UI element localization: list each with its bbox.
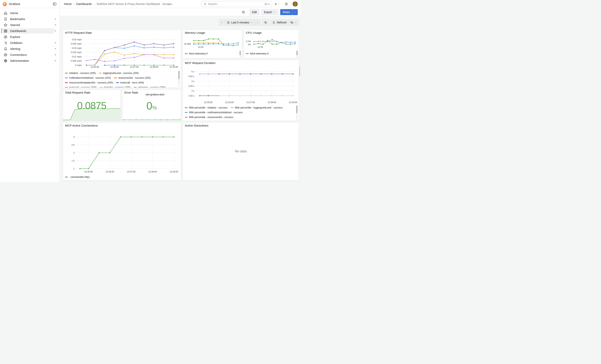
legend-item[interactable]: unknown - success (200) (134, 86, 166, 88)
legend-item[interactable]: 95th percentile - resources/list - succe… (185, 116, 233, 119)
refresh-button[interactable]: Refresh (271, 20, 288, 25)
legend-item[interactable]: resources/templates/list - success (200) (65, 81, 113, 84)
chevron-down-icon[interactable] (54, 18, 57, 20)
y-axis-tick: 16 MiB (184, 42, 191, 45)
legend-swatch (134, 87, 137, 88)
legend-item[interactable]: fetch-telemetry-0 (246, 52, 269, 55)
brand-title: Grafana (9, 2, 20, 6)
breadcrumb-item-0[interactable]: Home (64, 2, 72, 6)
compass-icon (4, 35, 8, 39)
sidebar-item-link[interactable]: Alerting (2, 46, 54, 51)
chevron-down-icon[interactable] (54, 41, 57, 44)
sidebar-item-connections[interactable]: Connections (2, 52, 57, 58)
breadcrumb-item-2: ToolHive MCP Server & Proxy Runner Dashb… (96, 2, 174, 6)
sidebar-toggle-icon[interactable] (53, 2, 57, 6)
chevron-down-icon (250, 21, 253, 24)
legend-scrollbar[interactable] (178, 71, 180, 87)
chevron-down-icon[interactable] (54, 59, 57, 62)
legend-scrollbar[interactable] (296, 50, 298, 58)
sidebar-item-link[interactable]: Administration (2, 58, 54, 63)
legend-item[interactable]: 95th percentile - notifications/initiali… (185, 111, 243, 114)
sidebar-item-administration[interactable]: Administration (2, 58, 57, 63)
chevron-down-icon[interactable] (54, 48, 57, 50)
legend-swatch (185, 107, 188, 108)
add-button[interactable] (274, 2, 280, 6)
time-range-picker[interactable]: Last 5 minutes (225, 20, 255, 25)
export-button[interactable]: Export (261, 9, 278, 15)
panel-title[interactable]: MCP Active Connections (65, 124, 98, 127)
sidebar-item-link[interactable]: Drilldown (2, 40, 54, 46)
sidebar-item-link[interactable]: Starred (2, 22, 54, 28)
legend-scrollbar[interactable] (240, 50, 241, 58)
legend-item[interactable]: 95th percentile - initialize - success (185, 106, 228, 109)
sidebar-item-link[interactable]: Connections (2, 52, 54, 58)
sidebar-item-home[interactable]: Home (2, 10, 57, 16)
stat-value: 0.0875 (63, 100, 120, 111)
search-input[interactable]: Search... ⌘+k (201, 1, 272, 7)
panel-title[interactable]: Total Request Rate (65, 91, 90, 94)
panel-title[interactable]: Memory Usage (185, 31, 205, 34)
legend-item[interactable]: initialize - success (200) (65, 72, 96, 75)
panel-title[interactable]: Error Rate (124, 91, 138, 94)
grafana-logo[interactable] (2, 2, 7, 6)
legend-swatch (65, 87, 68, 88)
legend-item[interactable]: tools/call - error (404) (116, 81, 144, 84)
chevron-left-icon (221, 21, 223, 24)
legend-item[interactable]: 95th percentile - logging/setLevel - suc… (231, 106, 283, 109)
chevron-down-icon[interactable] (54, 53, 57, 56)
breadcrumb-item-1[interactable]: Dashboards (76, 2, 92, 6)
share-menu-button[interactable] (292, 9, 298, 15)
legend-item[interactable]: tools/list - success (200) (100, 86, 130, 88)
y-axis-tick: 3 s (183, 89, 194, 92)
chart-canvas[interactable] (245, 35, 298, 49)
panel-title[interactable]: CPU Usage (246, 31, 261, 34)
y-axis-tick: 4.50 s (183, 75, 194, 78)
sidebar-item-bookmarks[interactable]: Bookmarks (2, 16, 57, 22)
sidebar-item-link[interactable]: Dashboards (2, 28, 54, 34)
legend: 95th percentile - initialize - success95… (185, 105, 293, 121)
panel-title[interactable]: MCP Request Duration (185, 61, 215, 65)
favorite-star-button[interactable] (242, 10, 245, 14)
sidebar-item-link[interactable]: Home (2, 10, 57, 16)
sidebar-item-link[interactable]: Explore (2, 34, 57, 39)
y-axis-tick: 0.005 req/s (63, 59, 82, 62)
sidebar-item-label: Alerting (10, 47, 20, 50)
legend-item[interactable]: - (streamable-http) (65, 176, 90, 178)
sidebar-item-alerting[interactable]: Alerting (2, 46, 57, 51)
chevron-down-icon[interactable] (54, 30, 57, 32)
y-axis-tick: 5 s (183, 70, 194, 73)
star-icon (4, 23, 8, 27)
share-button[interactable]: Share (280, 9, 292, 15)
legend-label: tools/list - success (200) (104, 86, 130, 88)
sidebar-item-drilldown[interactable]: Drilldown (2, 40, 57, 46)
edit-button[interactable]: Edit (250, 9, 259, 15)
legend-item[interactable]: logging/setLevel - success (200) (99, 72, 139, 75)
y-axis-tick: 2.50 s (183, 94, 194, 97)
panel-title[interactable]: HTTP Request Rate (65, 31, 92, 34)
y-axis-tick: 1 (63, 167, 75, 170)
chart-canvas[interactable] (63, 128, 179, 174)
zoom-out-button[interactable] (262, 20, 269, 25)
sidebar-item-dashboards[interactable]: Dashboards (2, 28, 57, 34)
legend-item[interactable]: fetch-telemetry-0 (185, 52, 208, 55)
legend-item[interactable]: notifications/initialized - success (202… (65, 77, 111, 79)
time-shift-back-button[interactable] (219, 20, 225, 25)
legend-item[interactable]: resources/list - success (200) (114, 77, 151, 79)
legend-item[interactable]: tools/call - success (200) (65, 86, 97, 88)
chevron-down-icon[interactable] (54, 24, 57, 26)
chart-canvas[interactable] (184, 35, 241, 49)
time-shift-forward-button[interactable] (255, 20, 260, 25)
y-axis-tick: 1.5 (63, 159, 75, 162)
refresh-interval-button[interactable]: 5s (288, 20, 299, 25)
chart-canvas[interactable] (183, 66, 298, 105)
user-avatar[interactable] (292, 1, 298, 7)
sidebar-item-link[interactable]: Bookmarks (2, 16, 54, 22)
divider (282, 2, 282, 6)
page-scrollbar[interactable] (299, 67, 300, 76)
legend-scrollbar[interactable] (296, 105, 298, 120)
x-axis-tick: 12:28:00 (147, 66, 161, 68)
sidebar-item-explore[interactable]: Explore (2, 34, 57, 39)
sidebar-item-starred[interactable]: Starred (2, 22, 57, 28)
y-axis-tick: 0 req/s (63, 64, 82, 67)
help-button[interactable] (285, 2, 288, 6)
